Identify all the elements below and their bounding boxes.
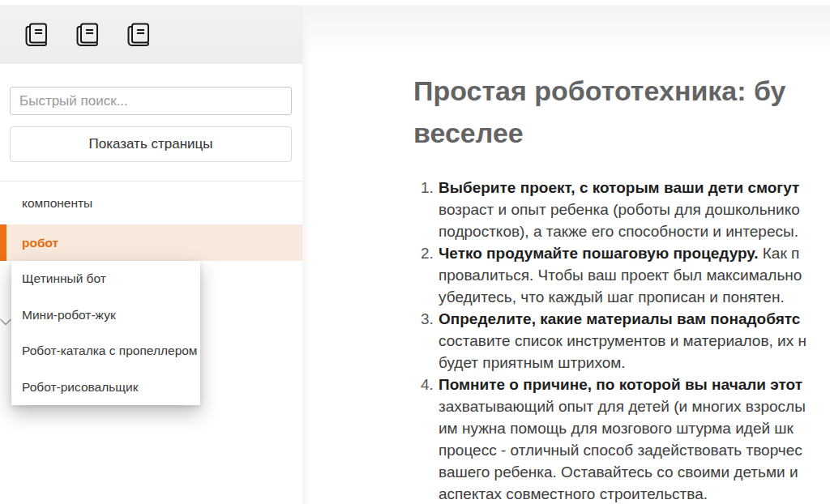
list-line: подростков), а также его способности и и… — [302, 220, 806, 242]
page-title: Простая робототехника: бу веселее — [413, 70, 785, 154]
sidebar-item-label: робот — [22, 236, 58, 250]
list-text: Как п — [758, 245, 799, 262]
sidebar-item-label: компоненты — [22, 196, 92, 211]
list-number: 2. — [421, 242, 434, 264]
show-pages-button[interactable]: Показать страницы — [10, 126, 292, 162]
list-number: 1. — [421, 177, 434, 199]
sidebar-item-robot[interactable]: робот — [0, 224, 302, 261]
list-line: убедитесь, что каждый шаг прописан и пон… — [302, 286, 806, 308]
list-line: 1. Выберите проект, с которым ваши дети … — [302, 177, 806, 199]
top-fade — [302, 5, 830, 55]
list-line: вашего ребенка. Оставайтесь со своими де… — [302, 461, 806, 483]
list-text: аспектах совместного строительства. — [439, 485, 708, 502]
chevron-down-icon[interactable] — [0, 315, 12, 330]
dropdown-item-brush-bot[interactable]: Щетинный бот — [11, 261, 200, 297]
list-text: подростков), а также его способности и и… — [439, 223, 798, 240]
sidebar: Показать страницы компоненты робот Щетин… — [0, 0, 302, 504]
list-line: будет приятным штрихом. — [302, 352, 806, 374]
list-line: 2. Четко продумайте пошаговую процедуру.… — [302, 242, 806, 264]
list-text: провалиться. Чтобы ваш проект был максим… — [439, 267, 802, 284]
book-icon[interactable] — [74, 22, 100, 48]
numbered-list: 1. Выберите проект, с которым ваши дети … — [302, 177, 806, 504]
list-bold-text: Выберите проект, с которым ваши дети смо… — [439, 179, 799, 196]
list-line: им нужна помощь для мозгового штурма иде… — [302, 417, 806, 439]
list-item: 4. Помните о причине, по которой вы нача… — [302, 374, 806, 504]
list-item: 1. Выберите проект, с которым ваши дети … — [302, 177, 806, 242]
list-text: будет приятным штрихом. — [439, 354, 626, 371]
robot-submenu-dropdown: Щетинный бот Мини-робот-жук Робот-каталк… — [11, 261, 200, 405]
list-number: 3. — [421, 308, 434, 330]
page-title-line: Простая робототехника: бу — [413, 70, 785, 112]
book-icon[interactable] — [125, 22, 151, 48]
list-line: 3. Определите, какие материалы вам понад… — [302, 308, 806, 330]
list-line: возраст и опыт ребенка (роботы для дошко… — [302, 199, 806, 220]
search-input[interactable] — [10, 87, 292, 115]
list-bold-text: Определите, какие материалы вам понадобя… — [439, 310, 800, 327]
list-bold-text: Помните о причине, по которой вы начали … — [439, 376, 802, 393]
sidebar-item-components[interactable]: компоненты — [0, 182, 302, 224]
list-item: 3. Определите, какие материалы вам понад… — [302, 308, 806, 374]
list-text: вашего ребенка. Оставайтесь со своими де… — [439, 463, 798, 481]
main-content: Простая робототехника: бу веселее 1. Выб… — [302, 0, 830, 504]
list-text: убедитесь, что каждый шаг прописан и пон… — [439, 288, 785, 305]
list-line: аспектах совместного строительства. — [302, 483, 806, 504]
list-line: 4. Помните о причине, по которой вы нача… — [302, 374, 806, 395]
list-text: возраст и опыт ребенка (роботы для дошко… — [439, 201, 800, 218]
list-bold-text: Четко продумайте пошаговую процедуру. — [439, 245, 758, 262]
list-line: захватывающий опыт для детей (и многих в… — [302, 395, 806, 417]
list-text: захватывающий опыт для детей (и многих в… — [439, 398, 806, 415]
dropdown-item-propeller-robot[interactable]: Робот-каталка с пропеллером — [11, 333, 200, 369]
page-title-line: веселее — [413, 112, 785, 154]
list-item: 2. Четко продумайте пошаговую процедуру.… — [302, 242, 806, 308]
list-line: провалиться. Чтобы ваш проект был максим… — [302, 264, 806, 286]
dropdown-item-drawing-robot[interactable]: Робот-рисовальщик — [11, 369, 200, 406]
dropdown-item-mini-robot-bug[interactable]: Мини-робот-жук — [11, 297, 200, 334]
list-line: процесс - отличный способ задействовать … — [302, 439, 806, 461]
list-text: составите список инструментов и материал… — [439, 332, 806, 349]
sidebar-header — [0, 5, 302, 64]
list-text: процесс - отличный способ задействовать … — [439, 442, 802, 459]
list-line: составите список инструментов и материал… — [302, 330, 806, 352]
book-icon[interactable] — [23, 22, 49, 48]
list-number: 4. — [421, 374, 434, 395]
list-text: им нужна помощь для мозгового штурма иде… — [439, 420, 794, 437]
